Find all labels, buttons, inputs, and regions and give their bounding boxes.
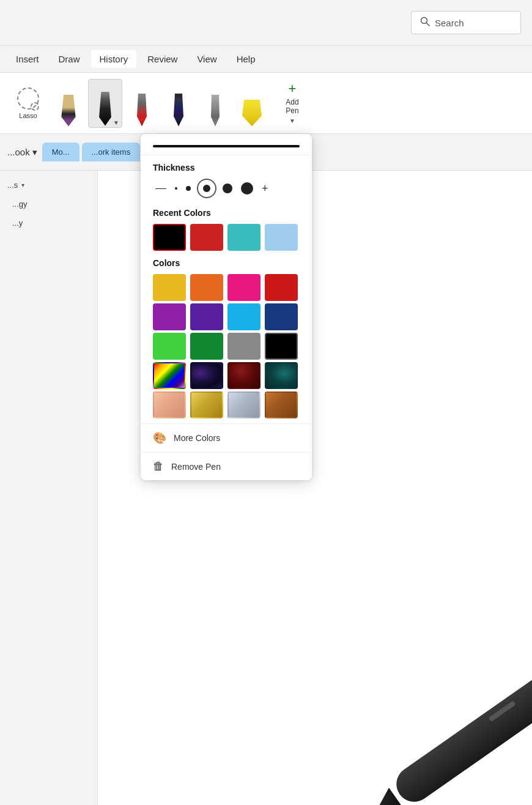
add-pen-arrow-icon: ▼ [289, 117, 295, 124]
thickness-opt-dot-md[interactable] [197, 179, 216, 198]
menu-insert[interactable]: Insert [7, 50, 48, 68]
thickness-dot-sm-icon [186, 186, 191, 191]
sidebar-page-2[interactable]: ...y [0, 213, 97, 232]
pen-icon-3 [131, 87, 153, 127]
sidebar: ...s ▾ ...gy ...y [0, 171, 98, 805]
menu-help[interactable]: Help [228, 50, 264, 68]
more-colors-icon: 🎨 [153, 431, 166, 445]
add-pen-plus-icon: + [289, 82, 297, 95]
lasso-label: Lasso [19, 112, 37, 119]
search-label: Search [435, 18, 464, 28]
popup-preview [141, 134, 312, 155]
thickness-opt-dot-sm[interactable] [183, 184, 193, 193]
pen-button-6[interactable] [235, 79, 269, 128]
recent-color-teal[interactable] [227, 224, 260, 251]
popup-thickness-section: Thickness + [141, 155, 312, 206]
color-crimson[interactable] [227, 362, 260, 389]
thickness-dot-xl-icon [241, 182, 253, 195]
thickness-row: + [153, 179, 300, 198]
pen-tools: ▼ [51, 79, 269, 128]
color-silver[interactable] [227, 391, 260, 418]
recent-colors-grid [153, 224, 300, 251]
pen-icon-5 [204, 87, 226, 127]
thickness-opt-dot-xl[interactable] [238, 180, 256, 197]
thickness-opt-dot-lg[interactable] [220, 181, 235, 196]
pen-button-2[interactable]: ▼ [88, 79, 122, 128]
thickness-line-icon [155, 188, 166, 189]
remove-pen-button[interactable]: 🗑 Remove Pen [141, 452, 312, 480]
color-yellow[interactable] [153, 274, 186, 301]
thickness-dot-lg-icon [223, 184, 232, 193]
color-wood[interactable] [265, 391, 298, 418]
recent-color-lightblue[interactable] [265, 224, 298, 251]
colors-grid [153, 274, 300, 418]
menu-view[interactable]: View [188, 50, 225, 68]
color-orange[interactable] [190, 274, 223, 301]
sidebar-page-1[interactable]: ...gy [0, 195, 97, 213]
stylus-image [323, 586, 532, 805]
color-gold[interactable] [190, 391, 223, 418]
thickness-opt-xs-line[interactable] [153, 186, 169, 191]
color-gray[interactable] [227, 333, 260, 360]
pen-icon-4 [168, 87, 190, 127]
color-indigo[interactable] [190, 303, 223, 330]
colors-title: Colors [153, 258, 300, 268]
remove-pen-label: Remove Pen [171, 462, 221, 472]
popup-recent-colors-section: Recent Colors [141, 206, 312, 256]
top-bar: Search [0, 0, 532, 46]
pen-dropdown-arrow[interactable]: ▼ [113, 119, 119, 126]
pen-button-3[interactable] [125, 79, 159, 128]
section-tab-2[interactable]: ...ork items [82, 143, 141, 161]
color-black[interactable] [265, 333, 298, 360]
color-lime[interactable] [153, 333, 186, 360]
recent-color-black[interactable] [153, 224, 186, 251]
sidebar-section[interactable]: ...s ▾ [0, 176, 97, 195]
color-navy[interactable] [265, 303, 298, 330]
more-colors-label: More Colors [174, 433, 220, 443]
pen-button-5[interactable] [198, 79, 232, 128]
ribbon-toolbar: Lasso ▼ [0, 73, 532, 134]
thickness-plus-icon: + [262, 183, 268, 194]
thickness-dot-md-icon [203, 185, 210, 192]
remove-pen-icon: 🗑 [153, 460, 164, 473]
thickness-title: Thickness [153, 163, 300, 172]
add-pen-label: AddPen [286, 98, 298, 116]
sidebar-section-chevron: ▾ [21, 182, 24, 188]
pen-button-1[interactable] [51, 79, 86, 128]
pen-preview-line [153, 145, 300, 147]
menu-review[interactable]: Review [139, 50, 186, 68]
menu-draw[interactable]: Draw [50, 50, 89, 68]
stylus-button [488, 700, 516, 722]
more-colors-button[interactable]: 🎨 More Colors [141, 423, 312, 452]
color-cyan[interactable] [227, 303, 260, 330]
notebook-label[interactable]: ...ook ▾ [7, 147, 37, 158]
thickness-opt-dot-xs[interactable] [172, 185, 180, 192]
color-skin[interactable] [153, 391, 186, 418]
search-icon [420, 17, 430, 29]
recent-color-red[interactable] [190, 224, 223, 251]
recent-colors-title: Recent Colors [153, 208, 300, 218]
pen-button-4[interactable] [161, 79, 196, 128]
search-box[interactable]: Search [411, 11, 521, 34]
svg-line-1 [427, 23, 430, 26]
add-pen-button[interactable]: + AddPen ▼ [274, 79, 311, 128]
notebook-chevron[interactable]: ▾ [32, 147, 37, 158]
menu-bar: Insert Draw History Review View Help [0, 46, 532, 73]
pen-icon-6 [241, 87, 263, 127]
pen-icon-1 [57, 87, 79, 127]
color-rainbow[interactable] [153, 362, 186, 389]
color-pink[interactable] [227, 274, 260, 301]
color-purple[interactable] [153, 303, 186, 330]
lasso-button[interactable]: Lasso [10, 85, 46, 122]
stylus-body [390, 667, 532, 805]
thickness-opt-plus[interactable]: + [259, 180, 271, 196]
color-galaxy[interactable] [190, 362, 223, 389]
lasso-icon [17, 87, 39, 109]
menu-history[interactable]: History [91, 50, 137, 68]
pen-color-popup: Thickness + Rece [141, 134, 312, 480]
color-teal-texture[interactable] [265, 362, 298, 389]
color-green[interactable] [190, 333, 223, 360]
color-red[interactable] [265, 274, 298, 301]
section-tab-1[interactable]: Mo... [42, 143, 79, 161]
popup-colors-section: Colors [141, 256, 312, 423]
